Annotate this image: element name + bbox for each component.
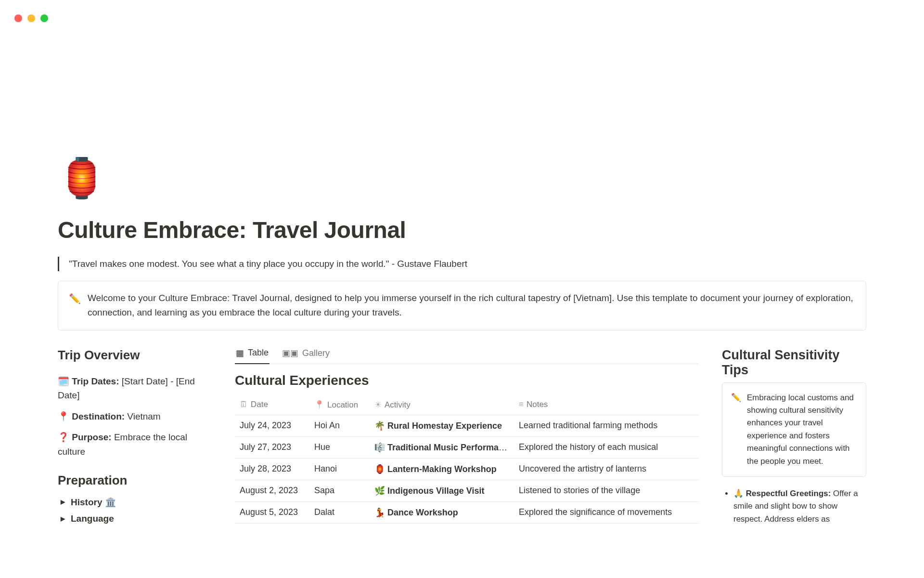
- trip-overview-heading[interactable]: Trip Overview: [58, 348, 212, 363]
- tip-label: Respectful Greetings:: [746, 489, 831, 498]
- tab-table[interactable]: ▦ Table: [235, 348, 270, 364]
- purpose-row[interactable]: ❓ Purpose: Embrace the local culture: [58, 430, 212, 459]
- destination-row[interactable]: 📍 Destination: Vietnam: [58, 409, 212, 423]
- pencil-icon: ✏️: [731, 392, 741, 468]
- window-controls: [14, 14, 48, 22]
- table-row[interactable]: July 28, 2023Hanoi🏮 Lantern-Making Works…: [235, 458, 699, 480]
- cell-notes: Learned traditional farming methods: [514, 415, 699, 436]
- toggle-history[interactable]: ▶ History 🏛️: [58, 497, 212, 508]
- table-row[interactable]: July 27, 2023Hue🎼 Traditional Music Perf…: [235, 436, 699, 458]
- cell-date: August 2, 2023: [235, 480, 309, 501]
- toggle-language[interactable]: ▶ Language: [58, 513, 212, 524]
- col-notes-label: Notes: [526, 400, 548, 409]
- page-title[interactable]: Culture Embrace: Travel Journal: [58, 217, 866, 243]
- col-location[interactable]: 📍Location: [309, 395, 370, 415]
- cell-location: Hue: [309, 436, 370, 458]
- cell-date: July 28, 2023: [235, 458, 309, 480]
- table-icon: ▦: [236, 348, 244, 358]
- destination-value: Vietnam: [125, 411, 161, 421]
- question-icon: ❓: [58, 432, 69, 442]
- cell-location: Hanoi: [309, 458, 370, 480]
- col-notes[interactable]: ≡Notes: [514, 395, 699, 415]
- sun-icon: ☀: [374, 400, 382, 409]
- triangle-right-icon: ▶: [61, 499, 65, 505]
- cell-location: Dalat: [309, 501, 370, 523]
- tips-callout-text: Embracing local customs and showing cult…: [747, 392, 857, 468]
- preparation-heading[interactable]: Preparation: [58, 473, 212, 488]
- cell-activity: 🌴 Rural Homestay Experience: [370, 415, 514, 436]
- trip-dates-label: Trip Dates:: [72, 376, 119, 386]
- window-close-button[interactable]: [14, 14, 22, 22]
- pin-icon: 📍: [58, 411, 69, 421]
- page-icon[interactable]: 🏮: [58, 159, 866, 197]
- cell-notes: Explored the significance of movements: [514, 501, 699, 523]
- tab-gallery[interactable]: ▣▣ Gallery: [281, 348, 331, 364]
- calendar-icon: 🗓: [240, 400, 248, 409]
- welcome-callout[interactable]: ✏️ Welcome to your Culture Embrace: Trav…: [58, 281, 866, 330]
- toggle-history-label: History 🏛️: [71, 497, 116, 508]
- text-icon: ≡: [519, 400, 524, 409]
- calendar-icon: 🗓️: [58, 376, 69, 386]
- tips-callout[interactable]: ✏️ Embracing local customs and showing c…: [722, 382, 866, 477]
- pin-icon: 📍: [314, 400, 324, 409]
- tab-table-label: Table: [248, 348, 269, 358]
- window-minimize-button[interactable]: [27, 14, 35, 22]
- quote-block[interactable]: "Travel makes one modest. You see what a…: [58, 257, 866, 271]
- destination-label: Destination:: [72, 411, 125, 421]
- cell-location: Hoi An: [309, 415, 370, 436]
- trip-dates-row[interactable]: 🗓️ Trip Dates: [Start Date] - [End Date]: [58, 374, 212, 403]
- pencil-icon: ✏️: [69, 291, 81, 320]
- tips-heading[interactable]: Cultural Sensitivity Tips: [722, 348, 866, 378]
- window-maximize-button[interactable]: [40, 14, 48, 22]
- tips-list: 🙏 Respectful Greetings: Offer a smile an…: [722, 487, 866, 525]
- triangle-right-icon: ▶: [61, 515, 65, 522]
- cell-notes: Uncovered the artistry of lanterns: [514, 458, 699, 480]
- cell-date: July 24, 2023: [235, 415, 309, 436]
- col-date-label: Date: [251, 400, 268, 409]
- cell-notes: Listened to stories of the village: [514, 480, 699, 501]
- cell-notes: Explored the history of each musical: [514, 436, 699, 458]
- database-title[interactable]: Cultural Experiences: [235, 373, 699, 388]
- pray-icon: 🙏: [733, 489, 744, 498]
- cell-date: August 5, 2023: [235, 501, 309, 523]
- tab-gallery-label: Gallery: [302, 348, 330, 358]
- middle-column: ▦ Table ▣▣ Gallery Cultural Experiences …: [235, 348, 699, 530]
- left-column: Trip Overview 🗓️ Trip Dates: [Start Date…: [58, 348, 212, 530]
- cell-activity: 🎼 Traditional Music Performance: [370, 436, 514, 458]
- gallery-icon: ▣▣: [282, 348, 298, 358]
- table-row[interactable]: July 24, 2023Hoi An🌴 Rural Homestay Expe…: [235, 415, 699, 436]
- experiences-table: 🗓Date 📍Location ☀Activity ≡Notes July 24…: [235, 395, 699, 524]
- col-activity-label: Activity: [385, 400, 411, 409]
- cell-date: July 27, 2023: [235, 436, 309, 458]
- welcome-text: Welcome to your Culture Embrace: Travel …: [88, 291, 855, 320]
- tip-item[interactable]: 🙏 Respectful Greetings: Offer a smile an…: [733, 487, 866, 525]
- cell-activity: 🌿 Indigenous Village Visit: [370, 480, 514, 501]
- col-date[interactable]: 🗓Date: [235, 395, 309, 415]
- cell-activity: 💃 Dance Workshop: [370, 501, 514, 523]
- cell-location: Sapa: [309, 480, 370, 501]
- col-location-label: Location: [327, 400, 358, 409]
- col-activity[interactable]: ☀Activity: [370, 395, 514, 415]
- right-column: Cultural Sensitivity Tips ✏️ Embracing l…: [722, 348, 866, 530]
- view-tabs: ▦ Table ▣▣ Gallery: [235, 348, 699, 364]
- purpose-label: Purpose:: [72, 432, 111, 442]
- cell-activity: 🏮 Lantern-Making Workshop: [370, 458, 514, 480]
- table-row[interactable]: August 5, 2023Dalat💃 Dance WorkshopExplo…: [235, 501, 699, 523]
- table-row[interactable]: August 2, 2023Sapa🌿 Indigenous Village V…: [235, 480, 699, 501]
- toggle-language-label: Language: [71, 513, 114, 524]
